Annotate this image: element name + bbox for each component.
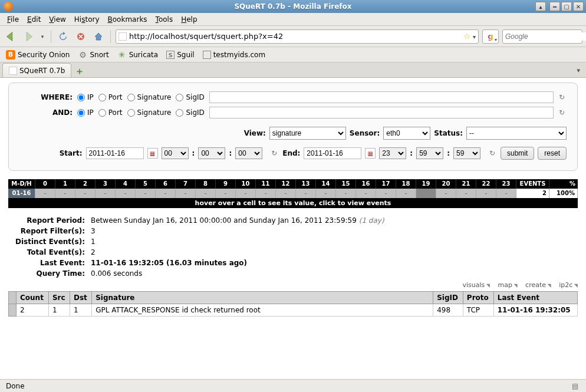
end-sec-select[interactable]: 59 bbox=[453, 147, 480, 159]
timeline-hour-cell[interactable]: - bbox=[75, 189, 96, 198]
col-last[interactable]: Last Event bbox=[493, 292, 577, 304]
url-input[interactable] bbox=[129, 32, 461, 41]
bookmark-testmyids[interactable]: testmyids.com bbox=[199, 50, 269, 60]
end-min-select[interactable]: 59 bbox=[416, 147, 443, 159]
timeline-hour-cell[interactable]: - bbox=[256, 189, 276, 198]
view-select[interactable]: signature bbox=[269, 127, 346, 140]
table-row[interactable]: 211GPL ATTACK_RESPONSE id check returned… bbox=[9, 304, 578, 317]
where-sigid-radio[interactable] bbox=[176, 94, 183, 101]
status-select[interactable]: -- bbox=[466, 127, 567, 140]
start-hour-select[interactable]: 00 bbox=[162, 147, 189, 159]
bookmark-snort[interactable]: ⚙Snort bbox=[74, 49, 112, 61]
timeline-hour-cell[interactable]: - bbox=[116, 189, 136, 198]
and-port-radio[interactable] bbox=[98, 109, 106, 117]
calendar-icon[interactable]: ▦ bbox=[365, 148, 376, 159]
timeline-hour-cell[interactable]: - bbox=[156, 189, 176, 198]
back-button[interactable] bbox=[4, 29, 18, 44]
timeline-hour-cell[interactable]: - bbox=[496, 189, 516, 198]
tab-squert[interactable]: SQueRT 0.7b bbox=[2, 63, 71, 77]
end-date-input[interactable] bbox=[304, 147, 361, 159]
where-port-radio[interactable] bbox=[98, 94, 106, 101]
timeline-hour-cell[interactable]: - bbox=[396, 189, 416, 198]
bookmark-star-icon[interactable]: ☆ bbox=[463, 32, 470, 41]
timeline-hour-cell[interactable]: - bbox=[376, 189, 396, 198]
col-signature[interactable]: Signature bbox=[92, 292, 433, 304]
search-box[interactable] bbox=[502, 29, 582, 44]
window-roll-up-button[interactable]: ▴ bbox=[535, 2, 546, 11]
menu-view[interactable]: View bbox=[45, 14, 69, 25]
search-input[interactable] bbox=[505, 32, 586, 41]
timeline-hour-cell[interactable]: - bbox=[216, 189, 236, 198]
col-src[interactable]: Src bbox=[48, 292, 70, 304]
bookmark-security-onion[interactable]: BSecurity Onion bbox=[2, 49, 73, 61]
ip2c-link[interactable]: ip2c bbox=[559, 281, 578, 289]
sensor-select[interactable]: eth0 bbox=[383, 127, 430, 140]
timeline-hour-cell[interactable]: - bbox=[176, 189, 196, 198]
end-hour-select[interactable]: 23 bbox=[379, 147, 406, 159]
where-ip-radio[interactable] bbox=[77, 94, 85, 101]
timeline-hour-cell[interactable]: - bbox=[436, 189, 456, 198]
window-close-button[interactable]: ✕ bbox=[573, 2, 584, 11]
menu-file[interactable]: File bbox=[4, 14, 22, 25]
stop-button[interactable] bbox=[74, 29, 88, 44]
refresh-icon[interactable]: ↻ bbox=[557, 108, 567, 117]
timeline-hour-cell[interactable]: - bbox=[236, 189, 256, 198]
where-input[interactable] bbox=[209, 91, 554, 103]
home-button[interactable] bbox=[91, 29, 106, 44]
bookmark-suricata[interactable]: ✳Suricata bbox=[114, 49, 162, 61]
bookmark-sguil[interactable]: sSguil bbox=[163, 50, 198, 60]
reload-button[interactable] bbox=[56, 29, 70, 44]
col-proto[interactable]: Proto bbox=[463, 292, 493, 304]
menu-help[interactable]: Help bbox=[177, 14, 200, 25]
url-bar[interactable]: ☆ bbox=[116, 29, 479, 44]
where-signature-radio[interactable] bbox=[127, 94, 135, 101]
timeline-hour-cell[interactable]: - bbox=[336, 189, 356, 198]
timeline-hour-cell[interactable] bbox=[416, 189, 436, 198]
col-dst[interactable]: Dst bbox=[70, 292, 91, 304]
page-identity-icon[interactable] bbox=[118, 32, 127, 41]
start-date-input[interactable] bbox=[86, 147, 144, 159]
timeline-hour-cell[interactable]: - bbox=[456, 189, 476, 198]
start-sec-select[interactable]: 00 bbox=[235, 147, 262, 159]
submit-button[interactable]: submit bbox=[501, 147, 534, 160]
and-ip-radio[interactable] bbox=[77, 109, 85, 117]
timeline-hour-cell[interactable]: - bbox=[96, 189, 116, 198]
row-handle[interactable] bbox=[9, 304, 17, 317]
start-min-select[interactable]: 00 bbox=[198, 147, 225, 159]
search-provider-button[interactable]: g bbox=[482, 29, 499, 44]
menu-history[interactable]: History bbox=[71, 14, 103, 25]
timeline-hour-cell[interactable]: - bbox=[476, 189, 496, 198]
timeline-hour-cell[interactable]: - bbox=[356, 189, 376, 198]
refresh-icon[interactable]: ↻ bbox=[488, 149, 497, 157]
timeline-hour-cell[interactable]: - bbox=[35, 189, 55, 198]
and-input[interactable] bbox=[209, 107, 554, 118]
tab-list-dropdown[interactable] bbox=[573, 66, 584, 74]
calendar-icon[interactable]: ▦ bbox=[147, 148, 158, 159]
timeline-hour-header: 3 bbox=[96, 179, 116, 189]
create-link[interactable]: create bbox=[525, 281, 551, 289]
and-sigid-radio[interactable] bbox=[176, 109, 183, 117]
refresh-icon[interactable]: ↻ bbox=[557, 93, 567, 101]
timeline-hour-cell[interactable]: - bbox=[316, 189, 336, 198]
forward-button[interactable] bbox=[21, 29, 35, 44]
window-maximize-button[interactable]: ▢ bbox=[561, 2, 572, 11]
col-count[interactable]: Count bbox=[17, 292, 49, 304]
reset-button[interactable]: reset bbox=[538, 147, 567, 160]
menu-edit[interactable]: Edit bbox=[24, 14, 44, 25]
map-link[interactable]: map bbox=[498, 281, 517, 289]
timeline-hour-cell[interactable]: - bbox=[55, 189, 75, 198]
timeline-hour-cell[interactable]: - bbox=[296, 189, 316, 198]
col-sigid[interactable]: SigID bbox=[433, 292, 463, 304]
new-tab-button[interactable]: ＋ bbox=[73, 65, 87, 77]
visuals-link[interactable]: visuals bbox=[462, 281, 490, 289]
menu-bookmarks[interactable]: Bookmarks bbox=[104, 14, 151, 25]
menu-tools[interactable]: Tools bbox=[152, 14, 177, 25]
timeline-hour-cell[interactable]: - bbox=[276, 189, 296, 198]
timeline-hour-cell[interactable]: - bbox=[136, 189, 156, 198]
and-signature-radio[interactable] bbox=[127, 109, 135, 117]
nav-history-dropdown[interactable] bbox=[39, 29, 46, 44]
url-history-dropdown[interactable] bbox=[473, 32, 476, 41]
window-minimize-button[interactable]: ━ bbox=[549, 2, 560, 11]
timeline-hour-cell[interactable]: - bbox=[196, 189, 216, 198]
refresh-icon[interactable]: ↻ bbox=[269, 149, 279, 157]
